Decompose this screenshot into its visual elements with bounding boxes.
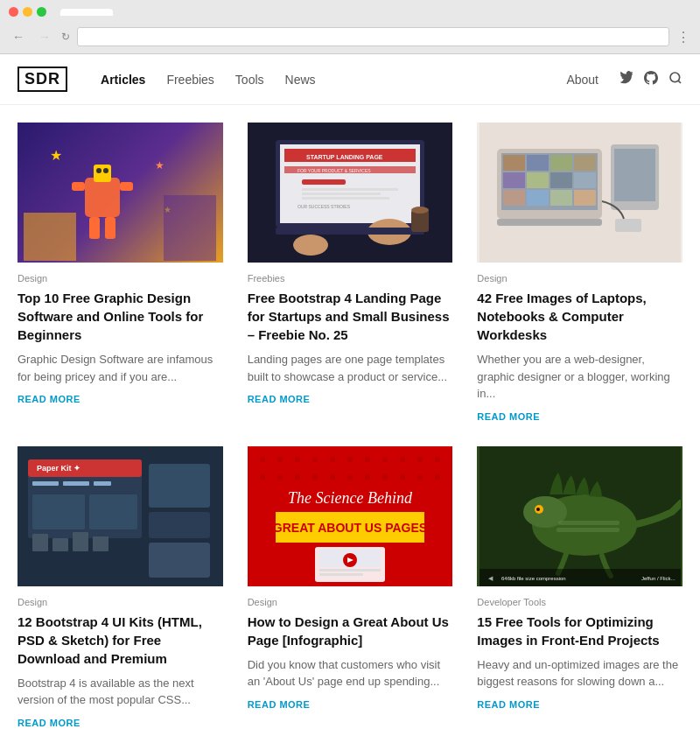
- svg-rect-8: [72, 182, 85, 191]
- twitter-icon[interactable]: [620, 71, 634, 88]
- read-more-link[interactable]: READ MORE: [248, 699, 453, 710]
- browser-tab[interactable]: [60, 9, 113, 16]
- svg-rect-41: [550, 172, 572, 188]
- article-title: 12 Bootstrap 4 UI Kits (HTML, PSD & Sket…: [18, 613, 223, 668]
- svg-rect-36: [527, 155, 549, 171]
- article-card: Paper Kit ✦: [18, 446, 223, 728]
- svg-point-83: [330, 474, 335, 480]
- svg-rect-62: [73, 532, 88, 551]
- nav-right: About: [556, 69, 682, 90]
- article-image-6: ◀ 646kb file size compression Jeffun / F…: [477, 446, 682, 586]
- nav-news[interactable]: News: [275, 69, 326, 90]
- nav-about[interactable]: About: [556, 69, 609, 90]
- svg-rect-43: [503, 190, 525, 206]
- svg-rect-42: [574, 172, 596, 188]
- svg-rect-37: [550, 155, 572, 171]
- svg-rect-40: [527, 172, 549, 188]
- svg-point-87: [400, 474, 405, 480]
- url-bar[interactable]: [77, 27, 669, 46]
- article-image-1: ★ ★ ★: [18, 123, 223, 263]
- svg-rect-35: [503, 155, 525, 171]
- read-more-link[interactable]: READ MORE: [477, 411, 682, 422]
- svg-rect-47: [497, 219, 602, 226]
- svg-point-82: [312, 474, 318, 480]
- svg-point-72: [330, 457, 335, 462]
- read-more-link[interactable]: READ MORE: [18, 394, 223, 404]
- nav-tools[interactable]: Tools: [225, 69, 275, 90]
- svg-rect-50: [615, 219, 641, 232]
- article-card: ◀ 646kb file size compression Jeffun / F…: [477, 446, 682, 728]
- svg-text:STARTUP LANDING PAGE: STARTUP LANDING PAGE: [306, 154, 383, 160]
- svg-rect-44: [527, 190, 549, 206]
- svg-rect-7: [105, 217, 116, 239]
- svg-rect-23: [302, 188, 398, 191]
- svg-point-86: [382, 474, 388, 480]
- svg-rect-56: [63, 481, 89, 486]
- read-more-link[interactable]: READ MORE: [477, 699, 682, 710]
- svg-point-5: [103, 168, 108, 173]
- svg-rect-61: [52, 538, 68, 551]
- nav-freebies[interactable]: Freebies: [156, 69, 224, 90]
- browser-menu-button[interactable]: ⋮: [676, 29, 691, 46]
- svg-rect-105: [556, 528, 620, 532]
- svg-line-1: [678, 81, 681, 83]
- svg-point-74: [365, 457, 370, 462]
- svg-rect-9: [120, 182, 133, 191]
- svg-point-68: [260, 457, 265, 462]
- svg-rect-57: [94, 481, 111, 486]
- article-title: Top 10 Free Graphic Design Software and …: [18, 289, 223, 344]
- svg-text:Jeffun / Flick...: Jeffun / Flick...: [641, 576, 676, 581]
- svg-point-84: [347, 474, 353, 480]
- svg-rect-13: [24, 213, 76, 261]
- article-excerpt: Heavy and un-optimized images are the bi…: [477, 656, 682, 690]
- svg-point-71: [312, 457, 318, 462]
- svg-point-28: [293, 235, 328, 256]
- article-category: Developer Tools: [477, 597, 682, 607]
- svg-rect-2: [85, 178, 120, 217]
- back-button[interactable]: ←: [9, 28, 28, 46]
- svg-text:★: ★: [155, 159, 164, 172]
- maximize-dot[interactable]: [37, 7, 46, 17]
- close-dot[interactable]: [9, 7, 18, 17]
- reload-button[interactable]: ↻: [61, 31, 70, 43]
- svg-rect-104: [558, 521, 620, 525]
- article-card: Design 42 Free Images of Laptops, Notebo…: [477, 123, 682, 422]
- article-card: The Science Behind GREAT ABOUT US PAGES …: [248, 446, 453, 728]
- article-category: Design: [18, 273, 223, 284]
- svg-text:FOR YOUR PRODUCT & SERVICES: FOR YOUR PRODUCT & SERVICES: [298, 168, 371, 173]
- article-category: Freebies: [248, 273, 453, 284]
- svg-point-80: [277, 474, 283, 480]
- article-title: How to Design a Great About Us Page [Inf…: [248, 613, 453, 649]
- article-excerpt: Whether you are a web-designer, graphic …: [477, 351, 682, 403]
- main-content: ★ ★ ★ Design Top 10 Free Graphic Design …: [0, 105, 700, 743]
- github-icon[interactable]: [644, 71, 658, 88]
- article-image-5: The Science Behind GREAT ABOUT US PAGES: [248, 446, 453, 586]
- svg-point-79: [260, 474, 265, 480]
- read-more-link[interactable]: READ MORE: [18, 718, 223, 728]
- forward-button[interactable]: →: [35, 28, 54, 46]
- browser-chrome: ← → ↻ ⋮: [0, 0, 700, 54]
- site-logo[interactable]: SDR: [18, 67, 67, 92]
- read-more-link[interactable]: READ MORE: [248, 394, 453, 404]
- svg-point-76: [400, 457, 405, 462]
- article-excerpt: Did you know that customers who visit an…: [248, 656, 453, 690]
- svg-text:The Science Behind: The Science Behind: [288, 489, 413, 507]
- svg-point-85: [365, 474, 370, 480]
- search-icon[interactable]: [668, 71, 682, 88]
- article-title: Free Bootstrap 4 Landing Page for Startu…: [248, 289, 453, 344]
- svg-rect-58: [32, 494, 85, 529]
- article-card: STARTUP LANDING PAGE FOR YOUR PRODUCT & …: [248, 123, 453, 422]
- minimize-dot[interactable]: [23, 7, 32, 17]
- article-excerpt: Landing pages are one page templates bui…: [248, 351, 453, 385]
- article-excerpt: Graphic Design Software are infamous for…: [18, 351, 223, 385]
- svg-rect-63: [93, 536, 108, 551]
- svg-point-73: [347, 457, 353, 462]
- nav-articles[interactable]: Articles: [90, 69, 156, 90]
- svg-point-0: [670, 73, 680, 82]
- svg-rect-65: [149, 512, 210, 538]
- article-image-2: STARTUP LANDING PAGE FOR YOUR PRODUCT & …: [248, 123, 453, 263]
- svg-point-69: [277, 457, 283, 462]
- article-title: 42 Free Images of Laptops, Notebooks & C…: [477, 289, 682, 344]
- svg-rect-39: [503, 172, 525, 188]
- svg-point-77: [417, 457, 423, 462]
